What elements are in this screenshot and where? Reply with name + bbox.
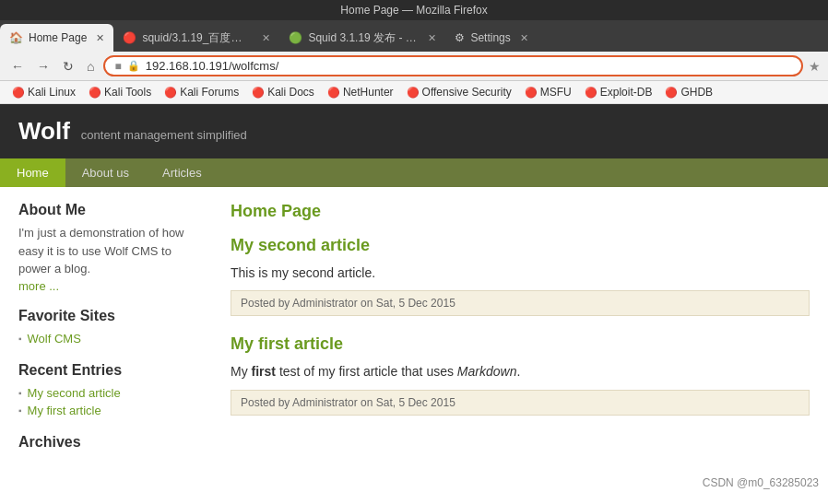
nav-item-articles[interactable]: Articles [146, 158, 219, 187]
wolf-cms-link[interactable]: Wolf CMS [28, 332, 81, 346]
tab-home[interactable]: 🏠Home Page✕ [0, 24, 113, 52]
about-me-heading: About Me [18, 202, 203, 218]
recent-list: My second article My first article [18, 384, 203, 419]
bookmark-item-3[interactable]: 🔴Kali Docs [247, 84, 319, 100]
bookmark-item-5[interactable]: 🔴Offensive Security [402, 84, 516, 100]
list-item: My second article [18, 384, 203, 402]
site-logo: Wolf [18, 117, 70, 146]
tab-squid-oschi[interactable]: 🟢Squid 3.1.19 发布 - OSCHI✕ [279, 24, 445, 52]
bookmark-icon-6: 🔴 [525, 87, 538, 99]
more-link[interactable]: more ... [18, 279, 59, 293]
article-2-body: My first test of my first article that u… [231, 361, 810, 381]
bookmark-item-1[interactable]: 🔴Kali Tools [84, 84, 156, 100]
tab-settings-label: Settings [470, 31, 510, 44]
bookmark-icon-0: 🔴 [12, 87, 25, 99]
website: Wolf content management simplified HomeA… [0, 104, 828, 471]
bookmark-item-2[interactable]: 🔴Kali Forums [160, 84, 243, 100]
bookmark-label-6: MSFU [540, 86, 572, 99]
bookmark-label-1: Kali Tools [104, 86, 151, 99]
bookmark-item-0[interactable]: 🔴Kali Linux [7, 84, 80, 100]
titlebar: Home Page — Mozilla Firefox [0, 0, 828, 20]
tab-squid-baidu-close[interactable]: ✕ [262, 32, 270, 44]
recent-article-1-link[interactable]: My second article [28, 386, 121, 400]
tab-settings-icon: ⚙ [455, 31, 465, 44]
bookmark-icon-7: 🔴 [585, 87, 597, 99]
article-1-title: My second article [231, 236, 810, 255]
tab-squid-baidu[interactable]: 🔴squid/3.1.19_百度搜索✕ [113, 24, 279, 52]
bookmark-item-7[interactable]: 🔴Exploit-DB [580, 84, 657, 100]
tabs-bar: 🏠Home Page✕🔴squid/3.1.19_百度搜索✕🟢Squid 3.1… [0, 20, 828, 52]
bookmark-icon-4: 🔴 [327, 87, 340, 99]
archives-heading: Archives [18, 434, 203, 451]
bookmark-item-8[interactable]: 🔴GHDB [660, 84, 717, 100]
bookmark-item-4[interactable]: 🔴NetHunter [323, 84, 398, 100]
bookmark-label-7: Exploit-DB [600, 86, 653, 99]
bookmark-icon-3: 🔴 [252, 87, 265, 99]
recent-entries-heading: Recent Entries [18, 362, 203, 379]
tab-settings-close[interactable]: ✕ [520, 32, 528, 44]
list-item: Wolf CMS [18, 330, 203, 347]
recent-article-2-link[interactable]: My first article [28, 404, 101, 417]
tab-squid-baidu-label: squid/3.1.19_百度搜索 [142, 30, 253, 46]
bookmark-icon-1: 🔴 [89, 87, 101, 99]
bookmark-icon-8: 🔴 [665, 87, 678, 99]
favorites-heading: Favorite Sites [18, 308, 203, 324]
tab-home-close[interactable]: ✕ [96, 32, 104, 44]
tab-settings[interactable]: ⚙Settings✕ [445, 24, 537, 52]
tab-squid-oschi-icon: 🟢 [289, 31, 302, 44]
back-button[interactable]: ← [7, 57, 28, 76]
site-nav: HomeAbout usArticles [0, 158, 828, 187]
bookmark-icon-2: 🔴 [164, 87, 177, 99]
article-2-meta: Posted by Administrator on Sat, 5 Dec 20… [231, 390, 810, 416]
tab-home-icon: 🏠 [9, 31, 23, 44]
site-tagline: content management simplified [81, 128, 247, 142]
bookmark-icon-5: 🔴 [407, 87, 420, 99]
list-item: My first article [18, 402, 203, 419]
about-me-text: I'm just a demonstration of how easy it … [18, 224, 203, 278]
bookmark-star-button[interactable]: ★ [809, 59, 821, 74]
bookmark-label-4: NetHunter [343, 86, 394, 99]
nav-item-about-us[interactable]: About us [65, 158, 146, 187]
main-content: Home Page My second article This is my s… [231, 202, 810, 456]
tab-squid-baidu-icon: 🔴 [123, 31, 136, 44]
reload-button[interactable]: ↻ [59, 57, 77, 76]
article-2-title: My first article [231, 334, 810, 354]
bookmark-label-8: GHDB [680, 86, 713, 99]
tab-squid-oschi-label: Squid 3.1.19 发布 - OSCHI [308, 30, 419, 46]
favorites-list: Wolf CMS [18, 330, 203, 347]
address-bar-container: ■ 🔒 [103, 55, 803, 76]
article-1-meta: Posted by Administrator on Sat, 5 Dec 20… [231, 290, 810, 316]
bookmark-item-6[interactable]: 🔴MSFU [520, 84, 576, 100]
bookmark-label-3: Kali Docs [267, 86, 314, 99]
nav-bar: ← → ↻ ⌂ ■ 🔒 ★ [0, 52, 828, 81]
tab-home-label: Home Page [29, 31, 87, 44]
lock-icon2: 🔒 [127, 60, 140, 72]
bookmark-label-0: Kali Linux [28, 86, 76, 99]
forward-button[interactable]: → [33, 57, 53, 76]
address-input[interactable] [146, 59, 792, 73]
article-1-body: This is my second article. [231, 263, 810, 283]
page-title: Home Page [231, 202, 810, 221]
bookmark-label-5: Offensive Security [422, 86, 512, 99]
tab-squid-oschi-close[interactable]: ✕ [428, 32, 436, 44]
bookmarks-bar: 🔴Kali Linux🔴Kali Tools🔴Kali Forums🔴Kali … [0, 81, 828, 104]
site-body: About Me I'm just a demonstration of how… [0, 187, 828, 471]
sidebar: About Me I'm just a demonstration of how… [18, 202, 203, 456]
home-button[interactable]: ⌂ [83, 57, 98, 76]
lock-icon: ■ [114, 60, 121, 73]
site-header: Wolf content management simplified [0, 104, 828, 158]
nav-item-home[interactable]: Home [0, 158, 65, 187]
bookmark-label-2: Kali Forums [180, 86, 239, 99]
